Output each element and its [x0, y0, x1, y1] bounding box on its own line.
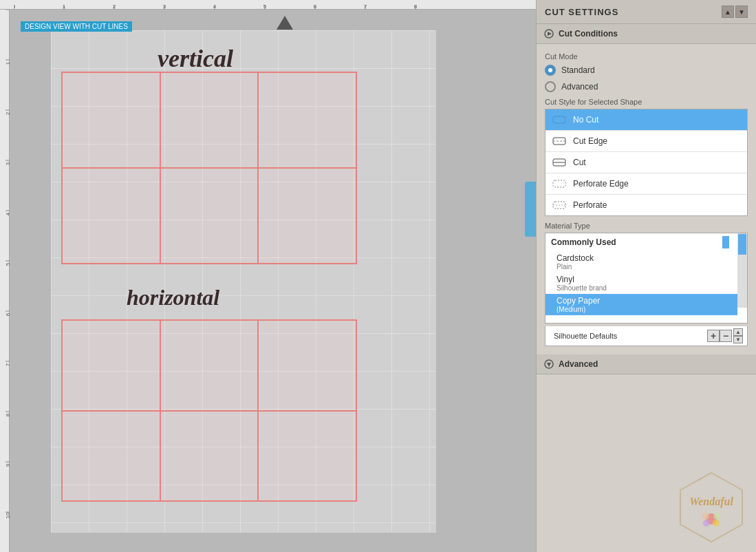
cut-conditions-content: Cut Mode Standard Advanced Cut Style for…	[537, 44, 756, 352]
svg-text:2: 2	[5, 112, 10, 115]
cut-style-perforate-edge[interactable]: Perforate Edge	[546, 173, 747, 195]
text-horizontal: horizontal	[127, 285, 219, 310]
advanced-triangle-svg	[544, 359, 554, 369]
cut-style-perforate[interactable]: Perforate	[546, 195, 747, 215]
panel-down-button[interactable]: ▼	[735, 6, 748, 18]
svg-rect-47	[553, 180, 565, 187]
cut-icon	[551, 156, 568, 169]
cut-style-no-cut[interactable]: No Cut	[546, 109, 747, 131]
svg-text:Wendaful: Wendaful	[689, 496, 733, 508]
vinyl-sub: Silhouette brand	[557, 284, 732, 292]
grid-cell	[62, 72, 160, 168]
triangle-svg	[544, 29, 554, 39]
grid-cell	[160, 168, 259, 264]
material-group-commonly-used[interactable]: Commonly Used	[546, 233, 737, 251]
svg-marker-52	[680, 473, 742, 542]
side-handle[interactable]	[525, 182, 536, 237]
ruler-top: 0 1 2 3 4 5 6 7 8	[0, 0, 536, 10]
material-bottom-row: Silhouette Defaults + − ▲ ▼	[545, 326, 748, 346]
cut-style-label: Cut Style for Selected Shape	[545, 98, 748, 106]
scroll-down-btn[interactable]: ▼	[733, 336, 743, 343]
grid-cell	[258, 411, 356, 502]
svg-text:8: 8	[414, 3, 418, 10]
canvas-content: DESIGN VIEW WITH CUT LINES vertical	[10, 10, 536, 552]
ruler-left: 1 2 3 4 5 6 7 8 9 10	[0, 10, 10, 552]
cut-style-list: No Cut Cut Edge	[545, 109, 748, 216]
perforate-label: Perforate	[573, 200, 607, 210]
text-vertical: vertical	[158, 44, 233, 73]
advanced-title: Advanced	[559, 359, 598, 369]
cut-conditions-title: Cut Conditions	[559, 29, 618, 39]
svg-rect-42	[553, 116, 565, 123]
commonly-used-bar	[722, 236, 729, 248]
grid-cell	[62, 168, 160, 264]
mat-area: vertical horizontal	[51, 30, 436, 533]
standard-radio-circle[interactable]	[545, 65, 556, 76]
material-list[interactable]: Commonly Used Cardstock Plain Vinyl Silh…	[546, 233, 747, 323]
cut-conditions-header[interactable]: Cut Conditions	[537, 24, 756, 44]
material-scrollbar[interactable]	[737, 233, 747, 308]
svg-marker-51	[547, 363, 551, 367]
grid-top-inner	[62, 72, 356, 264]
grid-cell	[160, 72, 259, 168]
svg-text:10: 10	[5, 512, 10, 518]
standard-radio-label: Standard	[561, 65, 595, 75]
svg-text:0: 0	[14, 3, 16, 10]
svg-point-57	[703, 520, 710, 527]
svg-text:4: 4	[5, 212, 10, 215]
cut-style-cut-edge[interactable]: Cut Edge	[546, 131, 747, 152]
grid-cell	[258, 72, 356, 168]
watermark-area: Wendaful	[537, 374, 756, 552]
panel-header: CUT SETTINGS ▲ ▼	[537, 0, 756, 24]
svg-text:6: 6	[314, 3, 317, 10]
plus-button[interactable]: +	[707, 330, 720, 342]
material-scrollbar-thumb	[738, 234, 746, 255]
perforate-edge-label: Perforate Edge	[573, 179, 629, 189]
cut-edge-icon	[551, 134, 568, 148]
right-panel: CUT SETTINGS ▲ ▼ Cut Conditions Cut Mode…	[536, 0, 756, 552]
grid-cell	[160, 320, 259, 411]
minus-button[interactable]: −	[720, 330, 732, 342]
standard-radio-option[interactable]: Standard	[545, 65, 748, 76]
no-cut-label: No Cut	[573, 115, 598, 125]
commonly-used-label: Commonly Used	[551, 237, 722, 247]
svg-text:7: 7	[364, 3, 367, 10]
copy-paper-sub: (Medium)	[557, 306, 732, 313]
ruler-top-svg: 0 1 2 3 4 5 6 7 8	[14, 0, 516, 10]
material-item-vinyl[interactable]: Vinyl Silhouette brand	[546, 273, 737, 294]
material-list-container: Commonly Used Cardstock Plain Vinyl Silh…	[545, 233, 748, 323]
grid-cell	[258, 168, 356, 264]
grid-cell	[258, 320, 356, 411]
perforate-icon	[551, 198, 568, 212]
svg-text:8: 8	[5, 413, 10, 416]
panel-header-buttons: ▲ ▼	[722, 6, 748, 18]
advanced-section-header[interactable]: Advanced	[537, 354, 756, 374]
advanced-radio-circle[interactable]	[545, 81, 556, 92]
svg-text:7: 7	[5, 363, 10, 366]
svg-marker-39	[277, 16, 293, 30]
design-view-label: DESIGN VIEW WITH CUT LINES	[21, 21, 132, 32]
grid-cell	[62, 320, 160, 411]
scroll-up-btn[interactable]: ▲	[733, 328, 743, 336]
panel-up-button[interactable]: ▲	[722, 6, 734, 18]
silhouette-defaults-label: Silhouette Defaults	[550, 332, 707, 340]
arrow-up-icon	[275, 14, 294, 34]
canvas-area: 5.610 , 4.215 0 1 2 3 4 5 6 7 8	[0, 0, 536, 552]
cardstock-name: Cardstock	[557, 253, 732, 263]
svg-text:3: 3	[5, 162, 10, 165]
cut-style-cut[interactable]: Cut	[546, 152, 747, 173]
material-item-copy-paper[interactable]: Copy Paper (Medium)	[546, 294, 737, 315]
svg-marker-41	[548, 32, 552, 36]
advanced-triangle-icon	[543, 359, 554, 370]
arrow-up-button[interactable]	[274, 14, 295, 34]
watermark: Wendaful	[673, 469, 749, 545]
cut-label: Cut	[573, 158, 586, 167]
grid-cell	[62, 411, 160, 502]
ruler-left-svg: 1 2 3 4 5 6 7 8 9 10	[0, 10, 10, 546]
svg-text:9: 9	[5, 463, 10, 467]
material-item-cardstock[interactable]: Cardstock Plain	[546, 251, 737, 273]
svg-text:2: 2	[113, 3, 116, 10]
no-cut-icon	[551, 113, 568, 127]
advanced-radio-option[interactable]: Advanced	[545, 81, 748, 92]
svg-text:1: 1	[5, 61, 10, 65]
